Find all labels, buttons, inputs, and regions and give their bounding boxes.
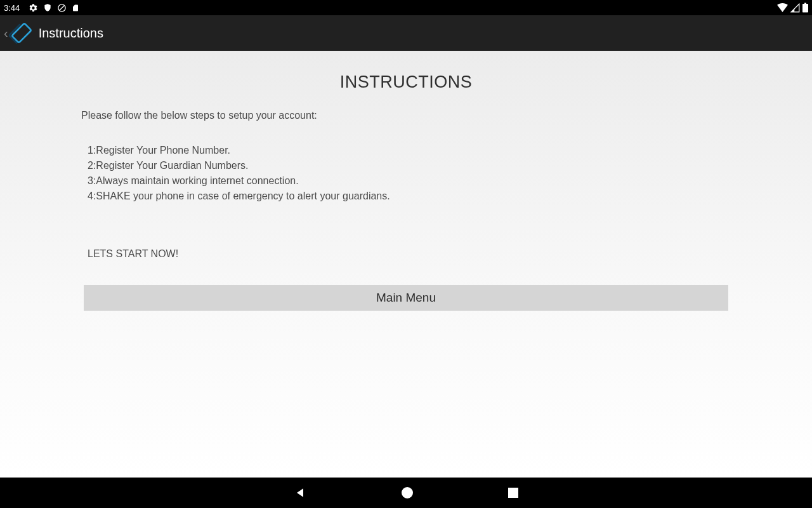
app-action-bar: ‹ Instructions — [0, 15, 812, 51]
step-1: 1:Register Your Phone Number. — [88, 143, 731, 158]
back-chevron-icon[interactable]: ‹ — [4, 26, 8, 41]
nav-recents-icon[interactable] — [508, 488, 518, 498]
sd-card-icon — [72, 3, 79, 13]
status-bar-right — [777, 3, 808, 13]
svg-line-1 — [60, 5, 65, 10]
shield-icon — [43, 3, 52, 12]
action-bar-title: Instructions — [39, 26, 103, 41]
battery-icon — [802, 3, 808, 13]
android-nav-bar — [0, 478, 812, 508]
nav-home-icon[interactable] — [402, 487, 413, 498]
step-4: 4:SHAKE your phone in case of emergency … — [88, 189, 731, 204]
cell-signal-icon — [790, 3, 800, 13]
nav-back-icon[interactable] — [294, 486, 306, 499]
gear-icon — [29, 3, 38, 13]
no-circle-icon — [57, 3, 67, 13]
content-area: INSTRUCTIONS Please follow the below ste… — [0, 51, 812, 478]
page-title: INSTRUCTIONS — [81, 72, 731, 92]
wifi-icon — [777, 3, 788, 12]
start-now-text: LETS START NOW! — [88, 248, 731, 260]
android-status-bar: 3:44 — [0, 0, 812, 15]
app-logo-icon[interactable] — [8, 20, 35, 46]
steps-list: 1:Register Your Phone Number. 2:Register… — [88, 143, 731, 204]
status-bar-left: 3:44 — [4, 3, 79, 13]
step-3: 3:Always maintain working internet conne… — [88, 173, 731, 189]
step-2: 2:Register Your Guardian Numbers. — [88, 158, 731, 173]
status-time: 3:44 — [4, 3, 20, 13]
intro-text: Please follow the below steps to setup y… — [81, 110, 731, 121]
svg-rect-2 — [11, 23, 31, 43]
main-menu-button[interactable]: Main Menu — [84, 285, 728, 311]
content-inner: INSTRUCTIONS Please follow the below ste… — [0, 51, 812, 260]
